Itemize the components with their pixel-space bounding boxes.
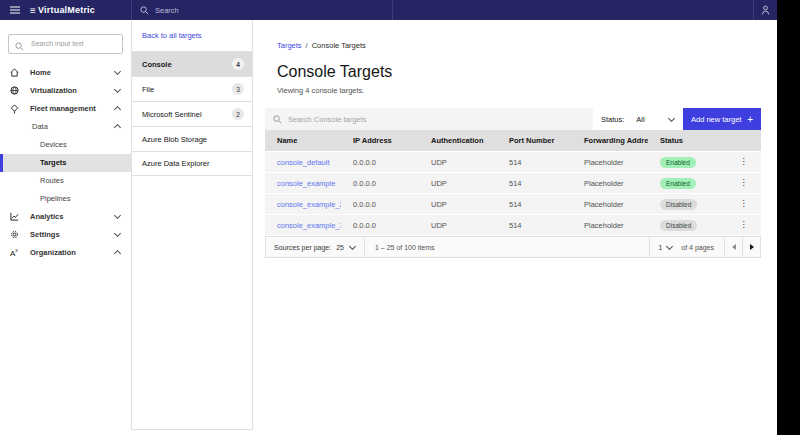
sidebar-item-organization[interactable]: Ax Organization (0, 244, 131, 262)
table-row: console_example 0.0.0.0 UDP 514 Placehol… (265, 173, 761, 194)
next-page-button[interactable] (742, 237, 760, 257)
ip-address-cell: 0.0.0.0 (341, 158, 419, 167)
next-page-icon (750, 244, 754, 250)
forwarding-address-cell: Placeholder (572, 179, 648, 188)
status-badge: Enabled (660, 178, 696, 189)
pagination-range-text: 1 – 25 of 100 items (365, 237, 649, 257)
add-new-target-button[interactable]: Add new target + (683, 108, 761, 130)
row-actions-menu-button[interactable]: ⋮ (726, 152, 761, 172)
row-actions-menu-button[interactable]: ⋮ (726, 215, 761, 235)
search-icon (140, 1, 149, 19)
ip-address-cell: 0.0.0.0 (341, 179, 419, 188)
previous-page-button[interactable] (724, 237, 742, 257)
pages-total-text: of 4 pages (681, 237, 724, 257)
target-name-link[interactable]: console_example_3 (265, 221, 341, 230)
chevron-up-icon (114, 249, 121, 256)
target-type-file[interactable]: File 3 (132, 76, 252, 101)
target-type-azure-data-explorer[interactable]: Azure Data Explorer (132, 151, 252, 176)
sidebar-item-pipelines[interactable]: Pipelines (0, 190, 131, 208)
status-badge: Enabled (660, 157, 696, 168)
sidebar-item-label: Organization (30, 248, 114, 257)
sidebar-search-input[interactable] (8, 34, 123, 54)
pagination-bar: Sources per page: 25 1 – 25 of 100 items… (265, 236, 761, 258)
sidebar-item-devices[interactable]: Devices (0, 136, 131, 154)
per-page-select[interactable]: Sources per page: 25 (266, 237, 365, 257)
kebab-icon: ⋮ (740, 200, 748, 208)
per-page-label: Sources per page: (274, 244, 331, 251)
target-type-label: Azure Data Explorer (142, 159, 210, 168)
home-icon (10, 68, 30, 77)
row-actions-menu-button[interactable]: ⋮ (726, 194, 761, 214)
sidebar-item-label: Devices (40, 140, 121, 149)
authentication-cell: UDP (419, 179, 497, 188)
target-type-label: Microsoft Sentinel (142, 110, 202, 119)
status-filter-value: All (636, 115, 668, 124)
ip-address-cell: 0.0.0.0 (341, 221, 419, 230)
page-number-select[interactable]: 1 (649, 237, 681, 257)
row-actions-menu-button[interactable]: ⋮ (726, 173, 761, 193)
target-name-link[interactable]: console_example (265, 179, 341, 188)
chevron-down-icon (114, 69, 121, 76)
sidebar-item-home[interactable]: Home (0, 64, 131, 82)
per-page-value: 25 (336, 244, 344, 251)
sidebar-item-targets[interactable]: Targets (0, 154, 131, 172)
sidebar-item-label: Routes (40, 176, 121, 185)
header-spacer (393, 0, 753, 20)
brand-name: VirtualMetric (38, 5, 95, 15)
user-avatar-button[interactable] (753, 0, 777, 20)
breadcrumb-targets-link[interactable]: Targets (277, 41, 302, 50)
fleet-management-icon (10, 104, 30, 114)
sidebar-item-settings[interactable]: Settings (0, 226, 131, 244)
console-targets-search-input[interactable] (288, 115, 585, 124)
breadcrumb: Targets / Console Targets (277, 41, 777, 50)
table-row: console_default 0.0.0.0 UDP 514 Placehol… (265, 152, 761, 173)
target-type-label: Console (142, 60, 172, 69)
breadcrumb-current: Console Targets (312, 41, 366, 50)
user-icon (761, 1, 770, 19)
forwarding-address-cell: Placeholder (572, 158, 648, 167)
back-to-all-targets-link[interactable]: Back to all targets (132, 20, 252, 51)
sidebar-search[interactable] (8, 32, 123, 54)
status-badge: Disabled (660, 199, 697, 210)
menu-icon[interactable] (0, 0, 30, 20)
previous-page-icon (732, 244, 736, 250)
column-header-status: Status (648, 136, 726, 145)
app-window: ≡ VirtualMetric Home (0, 0, 777, 435)
status-filter-dropdown[interactable]: Status: All (593, 108, 683, 130)
sidebar-item-routes[interactable]: Routes (0, 172, 131, 190)
brand-logo[interactable]: ≡ VirtualMetric (30, 0, 131, 20)
sidebar-item-label: Fleet management (30, 104, 114, 113)
kebab-icon: ⋮ (740, 179, 748, 187)
ip-address-cell: 0.0.0.0 (341, 200, 419, 209)
chevron-down-icon (349, 244, 356, 251)
table-toolbar: Status: All Add new target + (265, 108, 761, 130)
sidebar-item-virtualization[interactable]: Virtualization (0, 82, 131, 100)
console-targets-search[interactable] (265, 108, 593, 130)
target-type-microsoft-sentinel[interactable]: Microsoft Sentinel 2 (132, 101, 252, 126)
sidebar-item-label: Data (32, 122, 114, 131)
table-header-row: Name IP Address Authentication Port Numb… (265, 130, 761, 152)
top-header: ≡ VirtualMetric (0, 0, 777, 20)
column-header-authentication: Authentication (419, 136, 497, 145)
sidebar-item-analytics[interactable]: Analytics (0, 208, 131, 226)
target-type-console[interactable]: Console 4 (132, 51, 252, 76)
target-type-azure-blob-storage[interactable]: Azure Blob Storage (132, 126, 252, 151)
settings-icon (10, 230, 30, 239)
global-search[interactable] (131, 0, 393, 20)
column-header-port-number: Port Number (497, 136, 572, 145)
chevron-down-icon (114, 231, 121, 238)
global-search-input[interactable] (155, 6, 384, 15)
status-filter-label: Status: (601, 115, 624, 124)
sidebar: Home Virtualization Fleet management Dat… (0, 20, 131, 435)
sidebar-item-fleet-management[interactable]: Fleet management (0, 100, 131, 118)
forwarding-address-cell: Placeholder (572, 200, 648, 209)
column-header-forwarding-address: Forwarding Address (572, 136, 648, 145)
sidebar-item-data[interactable]: Data (0, 118, 131, 136)
chevron-down-icon (666, 244, 673, 251)
chevron-down-icon (114, 213, 121, 220)
target-name-link[interactable]: console_example_2 (265, 200, 341, 209)
target-name-link[interactable]: console_default (265, 158, 341, 167)
brand-logo-icon: ≡ (30, 5, 36, 16)
status-badge: Disabled (660, 220, 697, 231)
virtualization-icon (10, 86, 30, 95)
